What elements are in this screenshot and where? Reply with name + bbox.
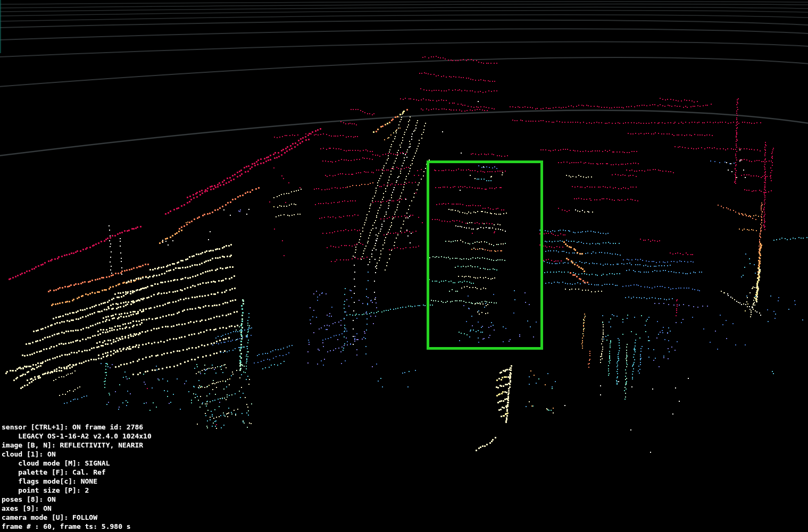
hud-status-text: sensor [CTRL+1]: ON frame id: 2786 LEGAC… — [2, 423, 152, 531]
lidar-viewport[interactable]: sensor [CTRL+1]: ON frame id: 2786 LEGAC… — [0, 0, 808, 532]
